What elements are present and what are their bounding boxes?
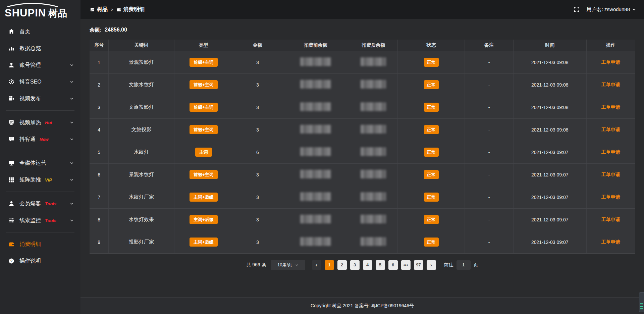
- work-order-link[interactable]: 工单申请: [601, 149, 620, 155]
- home-icon: [8, 29, 14, 35]
- cell-amount: 3: [233, 96, 282, 118]
- floating-widget[interactable]: [639, 292, 644, 312]
- work-order-link[interactable]: 工单申请: [601, 59, 620, 65]
- chevron-left-icon: ‹: [316, 262, 317, 267]
- cell-balance-after: [349, 96, 398, 118]
- cell-amount: 3: [233, 118, 282, 141]
- goto-suffix: 页: [474, 262, 478, 268]
- breadcrumb-item-home[interactable]: 树品: [90, 6, 108, 13]
- breadcrumb-label: 树品: [97, 6, 108, 13]
- page-size-select[interactable]: 10条/页: [271, 260, 305, 270]
- sidebar-item-media-ops[interactable]: 全媒体运营: [0, 155, 80, 171]
- cell-type: 主词+后缀: [174, 231, 233, 253]
- chat-icon: [8, 136, 14, 142]
- redacted-value: [300, 57, 331, 66]
- cell-type: 主词: [174, 141, 233, 163]
- cell-balance-after: [349, 163, 398, 186]
- sidebar-item-leads-monitor[interactable]: 线索监控 Tools: [0, 212, 80, 229]
- column-header: 序号: [90, 40, 109, 51]
- chevron-down-icon: [70, 161, 74, 165]
- page-button-5[interactable]: 5: [376, 260, 385, 270]
- redacted-value: [361, 125, 386, 134]
- table-row: 7 水纹灯厂家 主词+后缀 3 正常 - 2021-12-03 09:07 工单…: [90, 186, 635, 208]
- ellipsis-page-button[interactable]: •••: [401, 260, 411, 270]
- work-order-link[interactable]: 工单申请: [601, 217, 620, 222]
- sidebar-item-tag: VIP: [45, 177, 52, 182]
- sidebar-item-douyin-seo[interactable]: 抖音SEO: [0, 73, 80, 90]
- column-header: 类型: [174, 40, 233, 51]
- page-button-6[interactable]: 6: [388, 260, 398, 270]
- breadcrumb-item-current: 消费明细: [116, 6, 145, 13]
- page-button-1[interactable]: 1: [325, 260, 334, 270]
- logo-text-cn: 树品: [48, 7, 67, 20]
- sidebar-item-member-burst[interactable]: 会员爆客 Tools: [0, 195, 80, 212]
- work-order-link[interactable]: 工单申请: [601, 127, 620, 132]
- chevron-down-icon: [70, 202, 74, 206]
- sidebar-item-guide[interactable]: ? 操作说明: [0, 253, 80, 269]
- goto-page-input[interactable]: [457, 260, 471, 270]
- cell-balance-before: [282, 208, 349, 231]
- next-page-button[interactable]: ›: [427, 260, 436, 270]
- redacted-value: [300, 147, 331, 156]
- sidebar-item-douketong[interactable]: 抖客通 New: [0, 131, 80, 148]
- sidebar-item-matrix-boost[interactable]: 矩阵助推 VIP: [0, 171, 80, 188]
- type-badge: 主词: [195, 148, 212, 157]
- chevron-down-icon: [632, 8, 636, 11]
- sidebar-item-tag: Tools: [45, 201, 56, 206]
- goto-page: 前往 页: [444, 260, 478, 270]
- cell-keyword: 景观水纹灯: [109, 163, 174, 186]
- column-header: 时间: [513, 40, 586, 51]
- cell-time: 2021-12-03 09:07: [513, 208, 586, 231]
- redacted-value: [361, 147, 386, 156]
- sidebar-item-home[interactable]: 首页: [0, 23, 80, 40]
- copyright-text: Copyright 树品 2021 备案号: 粤ICP备09019646号: [311, 303, 414, 309]
- redacted-value: [300, 192, 331, 201]
- work-order-link[interactable]: 工单申请: [601, 239, 620, 245]
- sidebar-item-label: 视频发布: [19, 95, 41, 102]
- cell-note: -: [465, 231, 514, 253]
- page-button-2[interactable]: 2: [337, 260, 347, 270]
- content: 余额: 24856.00 序号关键词类型金额扣费前余额扣费后余额状态备注时间操作…: [80, 19, 644, 297]
- page-button-3[interactable]: 3: [350, 260, 360, 270]
- work-order-link[interactable]: 工单申请: [601, 194, 620, 200]
- cell-index: 6: [90, 163, 109, 186]
- type-badge: 前缀+主词: [190, 125, 218, 134]
- sidebar-item-tag: New: [40, 137, 49, 142]
- page-button-97[interactable]: 97: [414, 260, 423, 270]
- work-order-link[interactable]: 工单申请: [601, 82, 620, 87]
- cell-balance-after: [349, 73, 398, 96]
- sidebar-item-tag: Tools: [45, 218, 56, 223]
- balance-label: 余额:: [90, 27, 101, 33]
- table-row: 8 水纹灯效果 主词+后缀 3 正常 - 2021-12-03 09:07 工单…: [90, 208, 635, 231]
- table-body: 1 景观投影灯 前缀+主词 3 正常 - 2021-12-03 09:08 工单…: [90, 51, 635, 253]
- cell-note: -: [465, 96, 514, 118]
- sidebar-item-account[interactable]: 账号管理: [0, 57, 80, 73]
- cell-index: 9: [90, 231, 109, 253]
- sidebar-item-data-overview[interactable]: 数据总览: [0, 40, 80, 57]
- column-header: 状态: [398, 40, 465, 51]
- work-order-link[interactable]: 工单申请: [601, 104, 620, 110]
- user-dropdown[interactable]: 用户名: zswodun88: [587, 6, 636, 13]
- chevron-down-icon: [70, 120, 74, 124]
- redacted-value: [300, 102, 331, 111]
- redacted-value: [300, 125, 331, 134]
- work-order-link[interactable]: 工单申请: [601, 172, 620, 177]
- status-badge: 正常: [424, 193, 439, 202]
- fullscreen-icon[interactable]: [574, 7, 579, 12]
- cell-balance-before: [282, 163, 349, 186]
- cell-amount: 3: [233, 208, 282, 231]
- sidebar-item-label: 抖音SEO: [19, 78, 42, 86]
- prev-page-button[interactable]: ‹: [312, 260, 321, 270]
- table-row: 4 文旅投影 前缀+主词 3 正常 - 2021-12-03 09:08 工单申…: [90, 118, 635, 141]
- page-button-4[interactable]: 4: [363, 260, 372, 270]
- breadcrumb-label: 消费明细: [123, 6, 145, 13]
- sidebar-item-video-heat[interactable]: 视频加热 Hot: [0, 114, 80, 131]
- cell-time: 2021-12-03 09:08: [513, 51, 586, 73]
- sidebar-item-consume-detail[interactable]: 消费明细: [0, 236, 80, 253]
- sidebar-item-label: 全媒体运营: [19, 160, 46, 167]
- cell-time: 2021-12-03 09:07: [513, 163, 586, 186]
- cell-balance-after: [349, 231, 398, 253]
- cell-balance-before: [282, 96, 349, 118]
- cell-keyword: 文旅投影灯: [109, 96, 174, 118]
- sidebar-item-video-publish[interactable]: 视频发布: [0, 90, 80, 107]
